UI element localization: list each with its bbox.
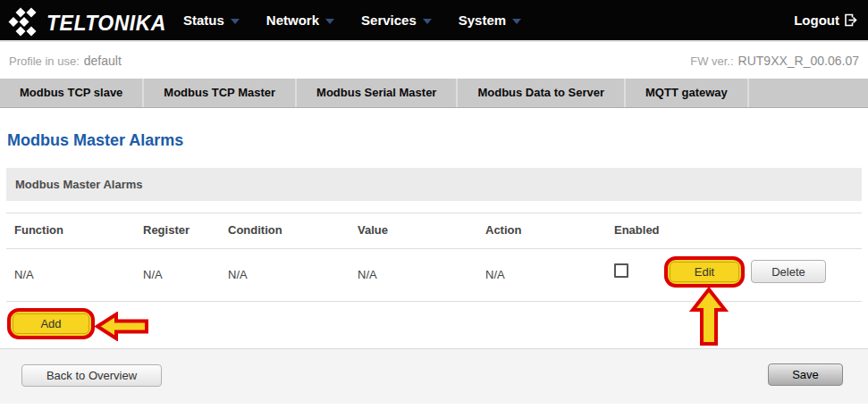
brand: TELTONIKA — [7, 5, 166, 42]
fw-version-label: FW ver.: — [690, 54, 733, 68]
back-to-overview-button[interactable]: Back to Overview — [21, 364, 162, 387]
chevron-down-icon — [325, 19, 334, 24]
chevron-down-icon — [423, 19, 432, 24]
logout-label: Logout — [794, 13, 839, 28]
top-navbar: TELTONIKA Status Network Services System… — [0, 0, 868, 42]
teltonika-diamonds-logo-icon — [7, 5, 43, 42]
tab-modbus-tcp-master[interactable]: Modbus TCP Master — [144, 79, 297, 107]
column-header-function: Function — [14, 223, 63, 237]
column-header-value: Value — [358, 223, 388, 237]
status-bar: Profile in use: default FW ver.: RUT9XX_… — [0, 42, 868, 79]
modbus-tab-bar: Modbus TCP slave Modbus TCP Master Modbu… — [0, 79, 868, 108]
menu-item-label: Status — [183, 13, 224, 28]
brand-name: TELTONIKA — [46, 12, 166, 36]
enabled-checkbox[interactable] — [614, 263, 628, 278]
menu-item-status[interactable]: Status — [183, 13, 240, 28]
cell-function: N/A — [14, 268, 34, 281]
cell-condition: N/A — [228, 268, 248, 281]
cell-value: N/A — [358, 268, 377, 281]
section-header: Modbus Master Alarms — [6, 168, 862, 201]
edit-button[interactable]: Edit — [670, 262, 739, 282]
add-button[interactable]: Add — [13, 313, 89, 334]
column-header-enabled: Enabled — [614, 223, 660, 237]
edit-highlight-outline: Edit — [664, 256, 745, 288]
main-menu: Status Network Services System — [183, 0, 521, 40]
divider — [6, 248, 862, 249]
tab-modbus-tcp-slave[interactable]: Modbus TCP slave — [0, 79, 144, 107]
page-title: Modbus Master Alarms — [7, 131, 183, 150]
cell-action: N/A — [485, 268, 505, 281]
menu-item-network[interactable]: Network — [266, 13, 334, 28]
chevron-down-icon — [512, 19, 521, 24]
menu-item-services[interactable]: Services — [361, 13, 432, 28]
cell-register: N/A — [143, 268, 163, 281]
menu-item-label: Services — [361, 13, 417, 28]
save-button[interactable]: Save — [768, 363, 843, 386]
menu-item-system[interactable]: System — [459, 13, 521, 28]
annotation-arrow-up-icon — [688, 287, 729, 346]
profile-in-use-value: default — [84, 54, 122, 68]
app-window: TELTONIKA Status Network Services System… — [0, 0, 868, 409]
tab-mqtt-gateway[interactable]: MQTT gateway — [626, 79, 749, 107]
logout-button[interactable]: Logout — [794, 0, 857, 40]
column-header-register: Register — [143, 223, 190, 237]
divider — [6, 301, 862, 302]
tab-modbus-data-to-server[interactable]: Modbus Data to Server — [458, 79, 626, 107]
delete-button[interactable]: Delete — [751, 260, 826, 283]
column-header-condition: Condition — [228, 223, 282, 237]
divider — [6, 213, 862, 213]
menu-item-label: System — [459, 13, 506, 28]
fw-version-value: RUT9XX_R_00.06.07 — [738, 54, 859, 68]
profile-in-use-label: Profile in use: — [9, 54, 80, 68]
tab-modbus-serial-master[interactable]: Modbus Serial Master — [297, 79, 458, 107]
column-header-action: Action — [485, 223, 521, 237]
add-highlight-outline: Add — [7, 308, 95, 339]
annotation-arrow-left-icon — [95, 312, 150, 341]
exit-door-icon — [844, 13, 857, 27]
menu-item-label: Network — [266, 13, 319, 28]
chevron-down-icon — [231, 19, 240, 24]
